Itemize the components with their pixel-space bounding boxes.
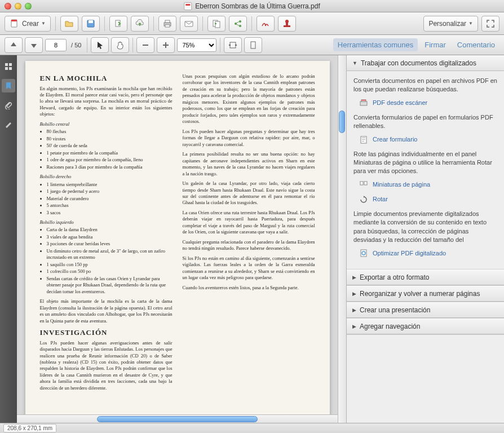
panel-header-reorganize[interactable]: ▶Reorganizar y volver a numerar páginas [347, 286, 504, 302]
panel-title: Trabajar con documentos digitalizados [361, 59, 476, 67]
link-label: PDF desde escáner [373, 99, 427, 107]
zoom-in-button[interactable] [157, 37, 175, 53]
main-area: EN LA MOCHILA En algún momento, los PJs … [0, 55, 504, 423]
panel-header-export[interactable]: ▶Exportar a otro formato [347, 269, 504, 285]
horizontal-scrollbar[interactable] [17, 414, 338, 423]
panel-text: Rote las páginas individualmente en el p… [353, 150, 497, 176]
fit-width-icon [228, 40, 238, 50]
save-button[interactable] [82, 16, 100, 32]
email-button[interactable] [180, 16, 198, 32]
svg-point-16 [285, 20, 289, 23]
panel-text: Convierta documentos en papel en archivo… [353, 77, 497, 94]
print-button[interactable] [158, 16, 176, 32]
document-page: EN LA MOCHILA En algún momento, los PJs … [25, 61, 330, 414]
create-form-link[interactable]: Crear formulario [359, 135, 497, 144]
fullscreen-button[interactable] [481, 16, 499, 32]
document-area: EN LA MOCHILA En algún momento, los PJs … [17, 55, 338, 423]
body-para: El objeto más importante de la mochila e… [40, 298, 173, 324]
body-para: Los PJs pueden hacer algunas averiguacio… [40, 340, 173, 392]
save-icon [86, 19, 96, 29]
svg-rect-23 [9, 63, 12, 66]
close-window-button[interactable] [5, 3, 11, 10]
page-total-label: / 50 [69, 42, 83, 48]
create-pdf-icon [10, 19, 20, 29]
sign-button[interactable] [257, 16, 275, 32]
minus-icon [140, 40, 151, 50]
svg-rect-25 [9, 67, 12, 70]
rotate-link[interactable]: Rotar [359, 195, 497, 204]
folder-open-icon [64, 19, 74, 29]
svg-rect-32 [362, 141, 364, 142]
panel-header-navigation[interactable]: ▶Agregar navegación [347, 319, 504, 334]
upload-button[interactable] [131, 16, 149, 32]
comment-link[interactable]: Comentario [453, 38, 499, 51]
fullscreen-icon [485, 19, 496, 29]
stamp-button[interactable] [278, 16, 296, 32]
share-icon [233, 19, 243, 29]
share-button[interactable] [229, 16, 247, 32]
chevron-down-icon: ▼ [41, 21, 46, 26]
page-up-button[interactable] [5, 37, 23, 53]
panel-header-digitalized[interactable]: ▼Trabajar con documentos digitalizados [347, 55, 504, 71]
pdf-from-scanner-link[interactable]: PDF desde escáner [359, 99, 497, 108]
create-button[interactable]: Crear ▼ [5, 16, 51, 32]
svg-rect-1 [11, 20, 17, 21]
vscroll-thumb[interactable] [339, 111, 345, 133]
sec-label: Bolsillo central [40, 121, 173, 127]
convert-button[interactable] [207, 16, 226, 32]
attachments-tab[interactable] [2, 98, 15, 112]
page-down-button[interactable] [25, 37, 43, 53]
open-button[interactable] [60, 16, 78, 32]
page-thumbnails-link[interactable]: Miniaturas de página [359, 180, 497, 189]
sign-link[interactable]: Firmar [420, 38, 450, 51]
sec-label: Bolsillo derecho [40, 174, 173, 180]
heading-mochila: EN LA MOCHILA [40, 73, 173, 83]
common-tools-link[interactable]: Herramientas comunes [333, 38, 418, 51]
plus-icon [161, 40, 171, 50]
fit-page-button[interactable] [244, 37, 262, 53]
personalize-label: Personalizar [428, 20, 466, 28]
convert-icon [211, 19, 222, 29]
body-para: Cualquier pregunta relacionada con el pa… [183, 239, 315, 252]
select-tool-button[interactable] [91, 37, 109, 53]
signatures-tab[interactable] [2, 117, 15, 131]
triangle-down-icon: ▼ [352, 60, 357, 66]
list-item: 80 flechas [47, 129, 173, 135]
zoom-out-button[interactable] [136, 37, 154, 53]
panel-text: Convierta formularios de papel en formul… [353, 113, 497, 131]
thumbnails-tab[interactable] [2, 60, 15, 73]
list-item: 3 pociones de curar heridas leves [47, 241, 173, 247]
vertical-scrollbar[interactable] [338, 55, 346, 423]
triangle-right-icon: ▶ [352, 324, 356, 329]
zoom-select[interactable]: 75% [177, 38, 216, 52]
panel-body-digitalized: Convierta documentos en papel en archivo… [347, 71, 504, 269]
window-title-text: Eberron Sombras de la Última Guerra.pdf [195, 2, 320, 10]
triangle-right-icon: ▶ [352, 307, 356, 313]
svg-rect-7 [165, 25, 170, 27]
bookmark-icon [4, 81, 13, 90]
list-item: 1 cofrecillo con 500 po [47, 268, 173, 275]
personalize-button[interactable]: Personalizar ▼ [423, 16, 478, 32]
optimize-pdf-link[interactable]: Optimizar PDF digitalizado [359, 249, 497, 258]
minimize-window-button[interactable] [15, 3, 21, 10]
rotate-icon [359, 195, 368, 204]
list-item: Un diminuto cetro de metal azul, de 3" d… [47, 248, 173, 261]
optimize-icon [359, 249, 368, 258]
bookmarks-tab[interactable] [2, 79, 15, 92]
panel-header-presentation[interactable]: ▶Crear una presentación [347, 302, 504, 318]
form-icon [359, 135, 368, 144]
body-para: La casa Orien ofrece una ruta terrestre … [183, 210, 315, 236]
export-icon [113, 19, 123, 29]
hscroll-thumb[interactable] [97, 416, 258, 422]
export-button[interactable] [109, 16, 127, 32]
create-button-label: Crear [22, 20, 39, 28]
cloud-upload-icon [135, 19, 145, 29]
page-number-input[interactable] [45, 39, 67, 51]
heading-investigacion: INVESTIGACIÓN [40, 328, 173, 338]
fit-width-button[interactable] [224, 37, 242, 53]
list-item: 1 saquillo con 150 pp [47, 262, 173, 268]
maximize-window-button[interactable] [25, 3, 32, 10]
page-viewport[interactable]: EN LA MOCHILA En algún momento, los PJs … [17, 55, 338, 414]
list-item: Carta de la dama Elaydren [47, 227, 173, 233]
hand-tool-button[interactable] [111, 37, 129, 53]
